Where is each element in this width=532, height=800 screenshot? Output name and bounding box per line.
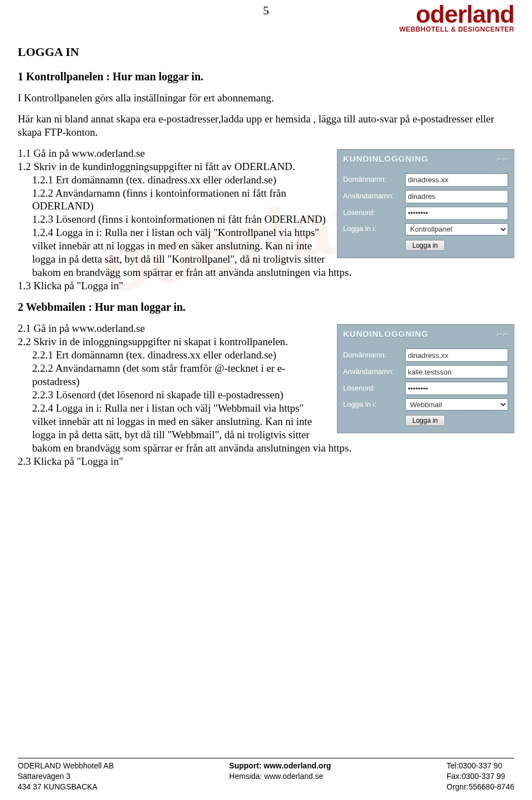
page-footer: ODERLAND Webbhotell AB Sättarevägen 3 43… — [18, 758, 514, 792]
item-1-3: 1.3 Klicka på "Logga in" — [18, 279, 514, 293]
section-1-heading: 1 Kontrollpanelen : Hur man loggar in. — [18, 70, 514, 84]
section-2-heading: 2 Webbmailen : Hur man loggar in. — [18, 300, 514, 314]
loginin-label: Logga in i: — [343, 224, 405, 233]
footer-address-2: 434 37 KUNGSBACKA — [18, 782, 114, 792]
footer-orgnr: Orgnr:556680-8746 — [447, 782, 514, 792]
domain-input[interactable] — [405, 173, 508, 187]
password-label: Lösenord: — [343, 384, 405, 393]
footer-address-1: Sättarevägen 3 — [18, 771, 114, 782]
username-input[interactable] — [405, 365, 508, 378]
login-button[interactable]: Logga in — [405, 240, 445, 251]
username-label: Användarnamn: — [343, 367, 405, 376]
domain-label: Domännamn: — [343, 351, 405, 360]
login-panel-2: KUNDINLOGGNING ⌐⌐ Domännamn: Användarnam… — [337, 324, 514, 433]
password-input[interactable] — [405, 382, 508, 395]
keys-icon: ⌐⌐ — [497, 328, 509, 341]
footer-fax: Fax:0300-337 99 — [447, 771, 514, 782]
username-input[interactable] — [405, 190, 508, 203]
password-input[interactable] — [405, 207, 508, 220]
loginin-select[interactable]: Kontrollpanel — [405, 223, 508, 235]
intro-paragraph-1: I Kontrollpanelen görs alla inställninga… — [18, 91, 514, 105]
footer-support-label: Support: — [229, 761, 262, 770]
intro-paragraph-2: Här kan ni bland annat skapa era e-posta… — [18, 112, 514, 139]
loginin-label: Logga in i: — [343, 400, 405, 409]
login-panel-title: KUNDINLOGGNING — [343, 154, 428, 163]
keys-icon: ⌐⌐ — [497, 153, 509, 166]
login-button[interactable]: Logga in — [405, 415, 445, 426]
domain-label: Domännamn: — [343, 175, 405, 184]
domain-input[interactable] — [405, 348, 508, 362]
login-panel-1: KUNDINLOGGNING ⌐⌐ Domännamn: Användarnam… — [337, 149, 514, 258]
footer-homepage: Hemsida: www.oderland.se — [229, 771, 331, 782]
footer-support-url: www.oderland.org — [262, 761, 331, 770]
username-label: Användarnamn: — [343, 192, 405, 201]
footer-company: ODERLAND Webbhotell AB — [18, 761, 114, 771]
loginin-select[interactable]: Webbmail — [405, 398, 508, 411]
item-2-3: 2.3 Klicka på "Logga in" — [18, 455, 514, 468]
password-label: Lösenord: — [343, 208, 405, 217]
page-title: LOGGA IN — [18, 44, 514, 60]
login-panel-title: KUNDINLOGGNING — [343, 329, 428, 339]
footer-tel: Tel:0300-337 90 — [447, 761, 514, 771]
